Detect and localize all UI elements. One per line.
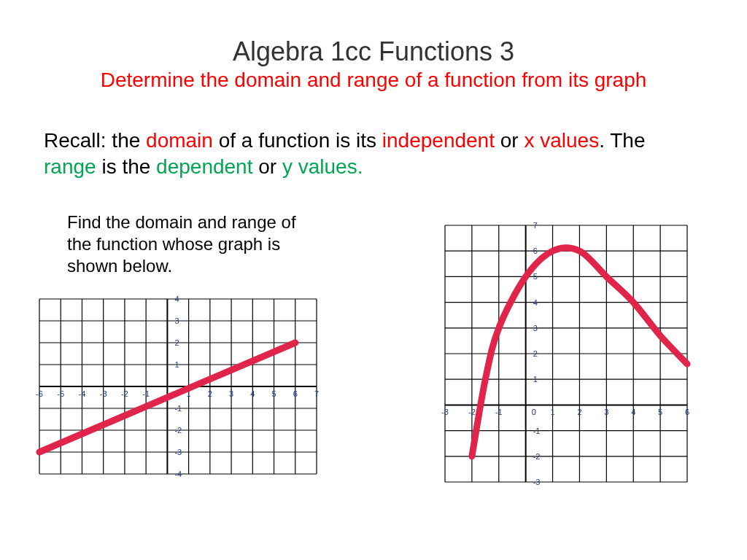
recall-yvalues: y values. xyxy=(282,155,363,178)
recall-independent: independent xyxy=(382,129,495,152)
recall-dependent: dependent xyxy=(156,155,252,178)
svg-text:-1: -1 xyxy=(495,408,503,416)
prompt-text: Find the domain and range of the functio… xyxy=(67,211,301,277)
svg-text:0: 0 xyxy=(532,408,536,416)
svg-text:1: 1 xyxy=(533,375,538,384)
svg-text:6: 6 xyxy=(293,389,298,398)
title-sub: Determine the domain and range of a func… xyxy=(0,69,747,92)
svg-text:6: 6 xyxy=(685,408,689,416)
svg-text:-2: -2 xyxy=(174,426,182,435)
svg-text:7: 7 xyxy=(314,389,319,398)
svg-text:1: 1 xyxy=(550,408,554,416)
svg-text:-2: -2 xyxy=(533,452,541,461)
svg-text:-3: -3 xyxy=(441,408,449,416)
svg-text:4: 4 xyxy=(631,408,635,416)
svg-text:4: 4 xyxy=(250,389,255,398)
recall-seg: of a function is its xyxy=(213,129,382,152)
svg-text:-5: -5 xyxy=(57,389,64,398)
svg-text:4: 4 xyxy=(533,298,538,307)
svg-text:-4: -4 xyxy=(79,389,86,398)
slide: Algebra 1cc Functions 3 Determine the do… xyxy=(0,0,747,560)
svg-text:7: 7 xyxy=(533,221,538,230)
recall-domain: domain xyxy=(146,129,213,152)
svg-text:2: 2 xyxy=(174,338,179,347)
recall-seg: or xyxy=(252,155,282,178)
svg-text:5: 5 xyxy=(271,389,276,398)
svg-text:-1: -1 xyxy=(174,404,182,413)
svg-text:3: 3 xyxy=(533,324,538,332)
svg-text:1: 1 xyxy=(174,360,179,369)
svg-text:-3: -3 xyxy=(533,478,541,486)
svg-text:-6: -6 xyxy=(36,389,43,398)
recall-range: range xyxy=(44,155,96,178)
svg-text:-1: -1 xyxy=(142,389,150,398)
svg-text:2: 2 xyxy=(533,349,538,358)
svg-text:5: 5 xyxy=(658,408,662,416)
svg-text:-3: -3 xyxy=(174,448,182,456)
svg-text:4: 4 xyxy=(174,295,179,303)
svg-text:2: 2 xyxy=(577,408,581,416)
svg-text:2: 2 xyxy=(208,389,212,398)
svg-text:3: 3 xyxy=(604,408,608,416)
svg-text:-2: -2 xyxy=(121,389,128,398)
title-main: Algebra 1cc Functions 3 xyxy=(0,36,747,67)
svg-text:-3: -3 xyxy=(100,389,107,398)
graph-parabola: -3-2-1123456-3-2-112345670 xyxy=(435,215,697,492)
svg-text:5: 5 xyxy=(533,272,538,281)
recall-seg: . The xyxy=(599,129,645,152)
recall-text: Recall: the domain of a function is its … xyxy=(44,128,686,181)
svg-text:3: 3 xyxy=(174,316,179,325)
svg-text:-2: -2 xyxy=(468,408,476,416)
recall-seg: Recall: the xyxy=(44,129,146,152)
svg-text:-4: -4 xyxy=(174,470,182,478)
recall-seg: is the xyxy=(96,155,156,178)
svg-text:6: 6 xyxy=(533,246,538,255)
graph-linear: -6-5-4-3-2-11234567-4-3-2-112340 xyxy=(32,292,324,481)
recall-seg: or xyxy=(495,129,524,152)
svg-text:-1: -1 xyxy=(533,427,541,435)
svg-text:3: 3 xyxy=(229,389,233,398)
recall-xvalues: x values xyxy=(524,129,599,152)
title-block: Algebra 1cc Functions 3 Determine the do… xyxy=(0,0,747,92)
